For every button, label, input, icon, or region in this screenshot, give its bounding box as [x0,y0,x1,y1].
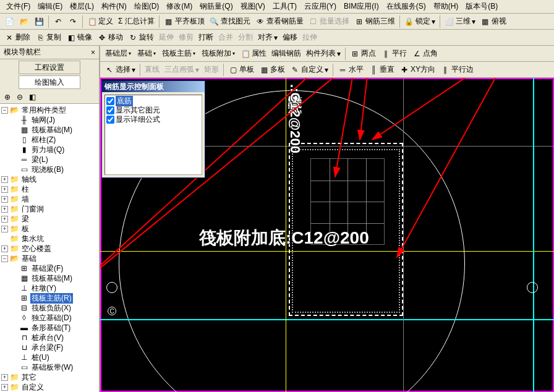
select-button[interactable]: ↖选择▾ [103,64,137,75]
find-button[interactable]: 🔍查找图元 [208,15,252,27]
rebar-display-panel[interactable]: 钢筋显示控制面板 底筋 显示其它图元 显示详细公式 [101,80,205,178]
undo-button[interactable]: ↶ [51,16,65,27]
tree-cat[interactable]: 空心楼盖 [20,244,53,254]
tree-toggle[interactable]: + [1,196,8,203]
category-dropdown[interactable]: 基础▾ [135,47,158,60]
stretch-button[interactable]: 拉伸 [300,32,319,43]
menu-view[interactable]: 视图(V) [237,0,269,13]
offset-button[interactable]: 偏移 [281,32,299,43]
break-button[interactable]: 打断 [197,32,215,43]
tree-toggle[interactable]: + [1,176,8,183]
tree-item[interactable]: 现浇板(B) [30,164,65,175]
tree-item[interactable]: 轴网(J) [30,115,56,126]
menu-tools[interactable]: 工具(T) [269,0,300,13]
panel-item[interactable]: 底筋 [106,96,200,106]
split-button[interactable]: 分割 [236,32,255,43]
panel-title[interactable]: 钢筋显示控制面板 [102,81,205,92]
menu-component[interactable]: 构件(N) [98,0,130,13]
tree-custom[interactable]: 自定义 [20,382,45,393]
tree-item[interactable]: 条形基础(T) [30,323,72,333]
layer-dropdown[interactable]: 基础层▾ [103,47,134,60]
tree-root[interactable]: 常用构件类型 [20,105,67,116]
extend-button[interactable]: 延伸 [157,32,176,43]
tree-toggle[interactable]: + [1,206,8,213]
tab-drawing-input[interactable]: 绘图输入 [19,75,80,89]
define-button[interactable]: 📋定义 [85,15,115,27]
tree-item[interactable]: 筏板基础(M) [30,273,74,284]
type2-dropdown[interactable]: 筏板附加▾ [199,47,237,60]
tree-cat[interactable]: 门窗洞 [20,204,45,215]
tree-toggle[interactable]: + [1,384,8,391]
component-tree[interactable]: −📂常用构件类型 ╫轴网(J) ▦筏板基础(M) ▯框柱(Z) ▮剪力墙(Q) … [0,104,99,392]
tree-collapse-icon[interactable]: ⊖ [15,92,25,102]
menu-rebar[interactable]: 钢筋量(Q) [196,0,236,13]
tree-toggle[interactable]: + [1,245,8,252]
tree-cat[interactable]: 轴线 [20,174,38,185]
tree-item[interactable]: 柱墩(Y) [30,283,58,294]
tree-icon[interactable]: ◧ [27,92,37,102]
tree-item[interactable]: 筏板基础(M) [30,125,74,135]
props-button[interactable]: 📋属性 [239,48,268,59]
menu-modify[interactable]: 修改(M) [163,0,196,13]
vertical-button[interactable]: ║垂直 [367,64,396,75]
tree-cat[interactable]: 板 [20,224,30,234]
menu-edit[interactable]: 编辑(E) [34,0,66,13]
tree-item[interactable]: 桩承台(V) [30,333,65,343]
tree-toggle[interactable]: + [1,216,8,223]
menu-floor[interactable]: 楼层(L) [66,0,98,13]
level-button[interactable]: ═水平 [336,64,365,75]
tree-cat[interactable]: 梁 [20,214,30,224]
redo-button[interactable]: ↷ [66,16,80,27]
delete-button[interactable]: ✕删除 [2,32,32,43]
single-board-button[interactable]: ▢单板 [226,64,256,75]
move-button[interactable]: ✥移动 [95,32,125,43]
view-rebar-button[interactable]: 👁查看钢筋量 [254,15,305,27]
tree-item[interactable]: 基础梁(F) [30,263,64,274]
arc-button[interactable]: 三点画弧▾ [163,64,201,75]
menu-cloud[interactable]: 云应用(Y) [300,0,340,13]
rotate-button[interactable]: ↻旋转 [126,32,156,43]
menu-file[interactable]: 文件(F) [2,0,34,13]
tree-foundation[interactable]: 基础 [20,254,38,264]
parallel-button[interactable]: ∥平行 [379,48,409,59]
tree-toggle[interactable]: + [1,374,8,381]
merge-button[interactable]: 合并 [216,32,235,43]
tree-item[interactable]: 桩(U) [30,352,51,363]
parallel-edge-button[interactable]: ∥平行边 [438,64,475,75]
menu-draw[interactable]: 绘图(D) [130,0,163,13]
overview-button[interactable]: ▦俯视 [479,15,508,27]
open-button[interactable]: 📂 [17,16,31,27]
checkbox[interactable] [106,97,114,105]
tree-toggle[interactable]: − [1,107,8,114]
tree-cat[interactable]: 柱 [20,184,30,195]
tree-toggle[interactable]: + [1,186,8,193]
trim-button[interactable]: 修剪 [177,32,195,43]
new-button[interactable]: 📄 [2,16,16,27]
tree-item-selected[interactable]: 筏板主筋(R) [30,293,73,304]
flatten-button[interactable]: ▦平齐板顶 [162,15,207,27]
point-angle-button[interactable]: ∠点角 [410,48,440,59]
edit-rebar-button[interactable]: 编辑钢筋 [270,48,303,59]
two-point-button[interactable]: ⊞两点 [348,48,378,59]
menu-version[interactable]: 版本号(B) [462,0,501,13]
save-button[interactable]: 💾 [32,16,46,27]
menu-bim[interactable]: BIM应用(I) [340,0,383,13]
mirror-button[interactable]: ◧镜像 [64,32,94,43]
type1-dropdown[interactable]: 筏板主筋▾ [160,47,198,60]
menu-online[interactable]: 在线服务(S) [383,0,430,13]
tree-item[interactable]: 承台梁(F) [30,343,64,353]
tree-toggle[interactable]: − [1,255,8,262]
menu-help[interactable]: 帮助(H) [430,0,462,13]
rebar-3d-button[interactable]: ⊞钢筋三维 [352,15,397,27]
custom-button[interactable]: ✎自定义▾ [288,64,330,75]
multi-board-button[interactable]: ▦多板 [257,64,287,75]
sum-button[interactable]: Σ 汇总计算 [116,15,156,27]
view3d-button[interactable]: ⬜三维▾ [443,15,477,27]
checkbox[interactable] [106,116,114,124]
lock-button[interactable]: 🔒锁定▾ [403,15,437,27]
component-list-button[interactable]: 构件列表▾ [304,48,343,59]
tree-cat[interactable]: 墙 [20,194,30,205]
tree-other[interactable]: 其它 [20,372,38,383]
tree-item[interactable]: 筏板负筋(X) [30,303,72,313]
panel-item[interactable]: 显示详细公式 [106,115,200,124]
